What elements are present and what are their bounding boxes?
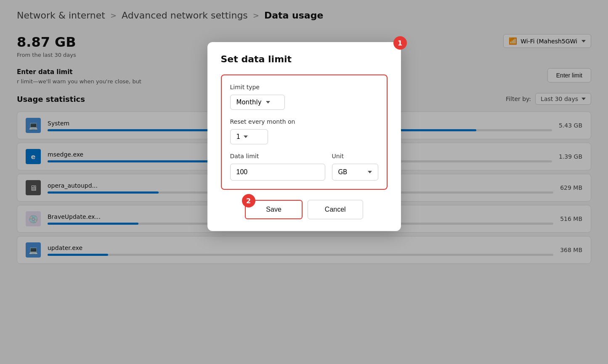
cancel-button[interactable]: Cancel <box>308 200 363 219</box>
modal-title: Set data limit <box>221 54 388 64</box>
step2-badge: 2 <box>242 194 255 207</box>
reset-day-value: 1 <box>236 133 241 141</box>
modal-footer: 2 Save Cancel <box>221 200 388 219</box>
step1-badge: 1 <box>393 36 407 50</box>
limit-type-chevron-icon <box>266 101 270 104</box>
data-limit-label: Data limit <box>230 153 325 159</box>
modal-dialog: 1 Set data limit Limit type Monthly Rese… <box>207 42 401 231</box>
reset-day-chevron-icon <box>244 136 248 138</box>
section-box: Limit type Monthly Reset every month on … <box>221 74 388 190</box>
limit-type-label: Limit type <box>230 84 378 90</box>
unit-label: Unit <box>332 153 378 159</box>
data-limit-input[interactable] <box>230 164 325 181</box>
modal-overlay: 1 Set data limit Limit type Monthly Rese… <box>0 0 608 364</box>
data-limit-row: Data limit Unit GB <box>230 153 378 181</box>
limit-type-value: Monthly <box>236 98 262 106</box>
reset-day-dropdown[interactable]: 1 <box>230 129 268 144</box>
data-limit-group: Data limit <box>230 153 325 181</box>
unit-group: Unit GB <box>332 153 378 181</box>
unit-chevron-icon <box>368 171 372 173</box>
unit-dropdown[interactable]: GB <box>332 164 378 181</box>
reset-label: Reset every month on <box>230 118 378 125</box>
reset-field-group: Reset every month on 1 <box>230 118 378 144</box>
unit-value: GB <box>338 168 348 176</box>
limit-type-dropdown[interactable]: Monthly <box>230 95 285 110</box>
